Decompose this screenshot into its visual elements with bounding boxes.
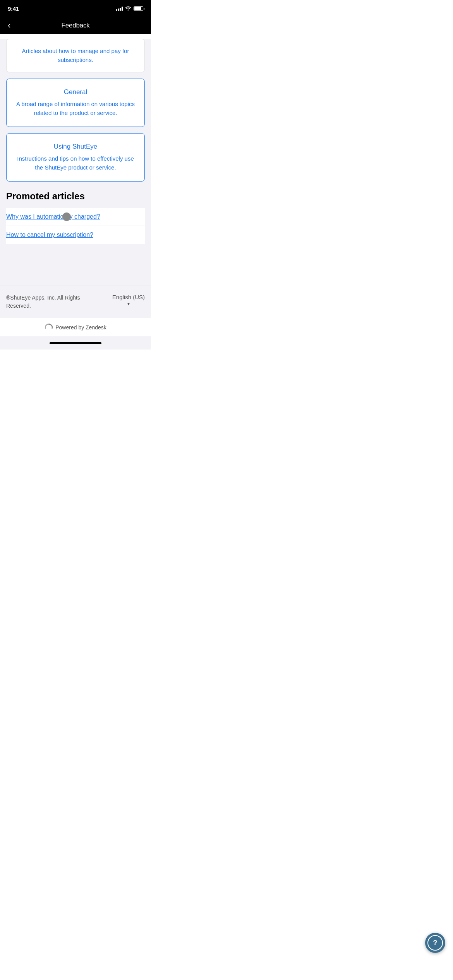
subscriptions-description: Articles about how to manage and pay for…	[16, 47, 135, 64]
using-shuteye-card-description: Instructions and tips on how to effectiv…	[16, 154, 135, 172]
general-card[interactable]: General A broad range of information on …	[6, 79, 145, 127]
status-icons	[116, 5, 143, 12]
list-item[interactable]: Why was I automatically charged?	[6, 208, 145, 226]
zendesk-footer: Powered by Zendesk	[0, 318, 151, 336]
status-time: 9:41	[8, 5, 19, 12]
footer: ®ShutEye Apps, Inc. All Rights Reserved.…	[0, 286, 151, 318]
subscriptions-card[interactable]: Articles about how to manage and pay for…	[6, 39, 145, 72]
list-item[interactable]: How to cancel my subscription?	[6, 226, 145, 244]
home-indicator	[0, 336, 151, 350]
language-selector[interactable]: English (US) ▾	[112, 294, 145, 307]
footer-copyright: ®ShutEye Apps, Inc. All Rights Reserved.	[6, 294, 91, 310]
scroll-indicator	[62, 212, 71, 221]
using-shuteye-card-title: Using ShutEye	[16, 143, 135, 151]
using-shuteye-card[interactable]: Using ShutEye Instructions and tips on h…	[6, 133, 145, 182]
article-link-auto-charged[interactable]: Why was I automatically charged?	[6, 213, 100, 220]
status-bar: 9:41	[0, 0, 151, 17]
zendesk-logo-icon	[45, 323, 53, 332]
footer-language: English (US)	[112, 294, 145, 300]
home-indicator-bar	[50, 342, 101, 344]
zendesk-powered-by: Powered by Zendesk	[55, 324, 106, 331]
promoted-articles-title: Promoted articles	[6, 191, 145, 202]
signal-bars-icon	[116, 6, 123, 11]
wifi-icon	[125, 5, 131, 12]
promoted-section: Promoted articles Why was I automaticall…	[0, 182, 151, 247]
article-list: Why was I automatically charged? How to …	[6, 208, 145, 244]
general-card-title: General	[16, 88, 135, 96]
page-title: Feedback	[61, 22, 89, 29]
back-button[interactable]: ‹	[6, 19, 12, 32]
main-content: Articles about how to manage and pay for…	[0, 39, 151, 318]
nav-bar: ‹ Feedback	[0, 17, 151, 34]
article-link-cancel-subscription[interactable]: How to cancel my subscription?	[6, 231, 93, 238]
general-card-description: A broad range of information on various …	[16, 100, 135, 117]
chevron-down-icon: ▾	[127, 301, 130, 307]
card-container: Articles about how to manage and pay for…	[0, 39, 151, 182]
spacer	[0, 247, 151, 270]
battery-icon	[134, 6, 143, 11]
